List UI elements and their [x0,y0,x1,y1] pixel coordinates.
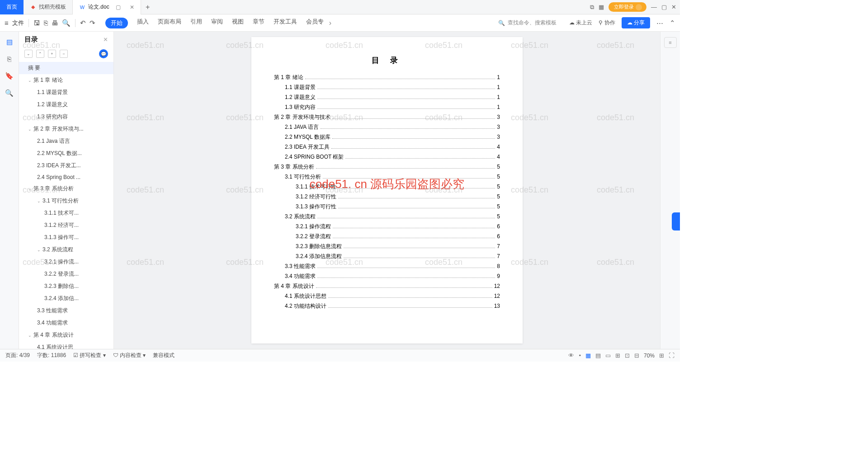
preview-icon[interactable]: 🔍 [62,19,71,27]
file-menu[interactable]: 文件 [12,19,24,27]
print-icon[interactable]: 🖶 [52,19,58,27]
toc-row[interactable]: 3.1 可行性分析5 [285,173,500,181]
share-button[interactable]: ☁ 分享 [622,17,650,28]
redo-icon[interactable]: ↷ [90,19,95,27]
close-icon[interactable]: ✕ [130,4,134,10]
zoom-value[interactable]: 70% [644,353,655,359]
outline-item[interactable]: 3.2.3 删除信... [19,280,113,292]
outline-item[interactable]: ⌄第 4 章 系统设计 [19,329,113,341]
properties-icon[interactable]: ≡ [664,37,677,48]
menu-overflow-icon[interactable]: › [329,19,331,27]
outline-view-icon[interactable]: ▤ [595,352,601,359]
outline-item[interactable]: 3.4 功能需求 [19,317,113,329]
menu-ref[interactable]: 引用 [190,18,202,28]
window-split-icon[interactable]: ⧉ [590,4,594,11]
outline-item[interactable]: 3.1.1 技术可... [19,207,113,219]
add-level-icon[interactable]: + [48,50,56,58]
outline-item[interactable]: 2.1 Java 语言 [19,135,113,147]
toc-row[interactable]: 2.2 MYSQL 数据库3 [285,133,500,141]
toc-row[interactable]: 3.2 系统流程5 [285,213,500,221]
find-icon[interactable]: 🔍 [5,89,14,97]
collapse-all-icon[interactable]: ⌄ [24,50,33,58]
login-button[interactable]: 立即登录 [609,2,646,12]
undo-icon[interactable]: ↶ [80,19,86,27]
chat-icon[interactable]: 💬 [99,49,108,58]
bookmark-icon[interactable]: 🔖 [5,72,14,80]
outline-item[interactable]: ⌄3.2 系统流程 [19,244,113,256]
toc-row[interactable]: 2.1 JAVA 语言3 [285,123,500,131]
toc-row[interactable]: 第 1 章 绪论1 [274,74,500,81]
remove-level-icon[interactable]: − [60,50,68,58]
tab-document[interactable]: W论文.doc▢✕ [73,0,141,14]
toc-row[interactable]: 1.1 课题背景1 [285,84,500,91]
toc-row[interactable]: 第 2 章 开发环境与技术3 [274,113,500,121]
toc-row[interactable]: 3.1.1 技术可行性5 [296,183,500,191]
toc-row[interactable]: 第 4 章 系统设计12 [274,282,500,290]
outline-item[interactable]: ⌄第 2 章 开发环境与... [19,123,113,135]
toc-row[interactable]: 2.4 SPRING BOOT 框架4 [285,153,500,161]
dot-icon[interactable]: • [579,352,581,359]
menu-start[interactable]: 开始 [105,18,128,28]
toc-row[interactable]: 3.2.1 操作流程6 [296,223,500,230]
toc-row[interactable]: 1.2 课题意义1 [285,94,500,101]
tab-template[interactable]: ◆找稻壳模板 [24,0,73,14]
outline-item[interactable]: 3.1.2 经济可... [19,219,113,231]
document-viewport[interactable]: 目 录 第 1 章 绪论11.1 课题背景11.2 课题意义11.3 研究内容1… [114,32,660,349]
toc-row[interactable]: 2.3 IDEA 开发工具4 [285,143,500,151]
outline-item[interactable]: 3.1.3 操作可... [19,231,113,244]
outline-item[interactable]: ⌄3.1 可行性分析 [19,195,113,207]
outline-item[interactable]: 3.2.2 登录流... [19,268,113,280]
outline-item[interactable]: ⌄第 3 章 系统分析 [19,183,113,195]
expand-all-icon[interactable]: ⌃ [36,50,44,58]
menu-view[interactable]: 视图 [232,18,244,28]
present-icon[interactable]: ▢ [116,4,121,10]
menu-dev[interactable]: 开发工具 [274,18,297,28]
zoom-out-icon[interactable]: ⊟ [634,352,639,359]
save-icon[interactable]: 🖫 [33,19,40,27]
outline-item[interactable]: 1.1 课题背景 [19,86,113,99]
maximize-icon[interactable]: ▢ [661,4,667,10]
eye-icon[interactable]: 👁 [568,352,574,359]
toc-row[interactable]: 3.2.2 登录流程6 [296,233,500,240]
doc-nav-icon[interactable]: ⎘ [7,55,11,63]
menu-layout[interactable]: 页面布局 [158,18,181,28]
outline-item[interactable]: 3.3 性能需求 [19,305,113,317]
collab-button[interactable]: ⚲ 协作 [599,19,615,27]
toc-row[interactable]: 3.1.3 操作可行性5 [296,203,500,211]
page-indicator[interactable]: 页面: 4/39 [5,352,30,359]
web-view-icon[interactable]: ⊞ [615,352,620,359]
page-view-icon[interactable]: ▦ [585,352,591,359]
read-view-icon[interactable]: ▭ [605,352,611,359]
outline-item[interactable]: ⌄第 1 章 绪论 [19,74,113,86]
export-icon[interactable]: ⎘ [44,19,48,27]
apps-icon[interactable]: ▦ [599,4,604,10]
cloud-status[interactable]: ☁ 未上云 [569,19,592,27]
outline-item-abstract[interactable]: 摘 要 [19,62,113,74]
minimize-icon[interactable]: — [651,4,657,10]
close-window-icon[interactable]: ✕ [671,4,676,10]
tab-home[interactable]: 首页 [0,0,24,14]
spellcheck-button[interactable]: ☑ 拼写检查 ▾ [73,352,106,359]
toc-row[interactable]: 3.3 性能需求8 [285,263,500,270]
add-tab-button[interactable]: + [141,3,155,11]
outline-item[interactable]: 1.2 课题意义 [19,99,113,111]
compat-mode[interactable]: 兼容模式 [153,352,175,359]
toc-row[interactable]: 3.4 功能需求9 [285,273,500,280]
command-search[interactable]: 🔍查找命令、搜索模板 [498,19,557,27]
toc-row[interactable]: 4.1 系统设计思想12 [285,292,500,300]
menu-member[interactable]: 会员专 [306,18,324,28]
word-count[interactable]: 字数: 11886 [37,352,66,359]
outline-item[interactable]: 2.2 MYSQL 数据... [19,147,113,160]
toc-row[interactable]: 1.3 研究内容1 [285,103,500,111]
side-handle[interactable] [672,212,680,230]
outline-item[interactable]: 4.1 系统设计思 [19,341,113,349]
toc-row[interactable]: 3.1.2 经济可行性5 [296,193,500,201]
zoom-in-icon[interactable]: ⊞ [659,352,664,359]
ruler-icon[interactable]: ⊡ [625,352,630,359]
toc-row[interactable]: 3.2.3 删除信息流程7 [296,243,500,250]
menu-review[interactable]: 审阅 [211,18,223,28]
close-outline-icon[interactable]: ✕ [103,36,108,43]
menu-insert[interactable]: 插入 [137,18,149,28]
collapse-ribbon-icon[interactable]: ⌃ [670,19,675,27]
toc-row[interactable]: 第 3 章 系统分析5 [274,163,500,171]
